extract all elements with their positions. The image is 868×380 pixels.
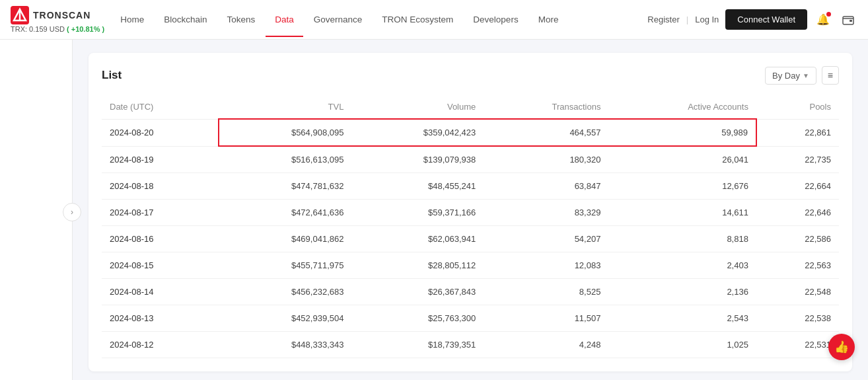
nav-governance[interactable]: Governance: [305, 9, 372, 30]
table-cell: 464,557: [484, 119, 608, 146]
table-cell: 54,207: [484, 226, 608, 252]
table-cell: 12,676: [608, 173, 756, 200]
table-cell: 2024-08-16: [102, 226, 219, 252]
table-cell: 63,847: [484, 173, 608, 200]
nav-tokens[interactable]: Tokens: [217, 9, 264, 30]
header: TRONSCAN TRX: 0.159 USD ( +10.81% ) Home…: [0, 0, 868, 40]
table-cell: 22,586: [756, 226, 839, 252]
table-cell: $564,908,095: [219, 119, 352, 146]
table-cell: 2024-08-20: [102, 119, 219, 146]
login-link[interactable]: Log In: [695, 15, 719, 24]
table-cell: 2024-08-13: [102, 305, 219, 332]
list-title: List: [102, 69, 122, 82]
table-cell: 22,646: [756, 200, 839, 226]
by-day-dropdown[interactable]: By Day ▼: [765, 67, 816, 85]
nav-tron-ecosystem[interactable]: TRON Ecosystem: [373, 9, 462, 30]
table-cell: 2024-08-15: [102, 252, 219, 279]
table-cell: $474,781,632: [219, 173, 352, 200]
list-controls: By Day ▼ ≡: [765, 66, 839, 85]
table-cell: $139,079,938: [351, 146, 484, 173]
page-layout: › List By Day ▼ ≡ Date (UTC): [0, 40, 868, 380]
table-row: 2024-08-17$472,641,636$59,371,16683,3291…: [102, 200, 839, 226]
list-panel: List By Day ▼ ≡ Date (UTC) TVL Volume: [89, 53, 852, 371]
table-cell: 22,664: [756, 173, 839, 200]
table-cell: 59,989: [608, 119, 756, 146]
table-cell: $516,613,095: [219, 146, 352, 173]
table-cell: 8,525: [484, 279, 608, 305]
data-table: Date (UTC) TVL Volume Transactions Activ…: [102, 95, 839, 358]
by-day-label: By Day: [772, 71, 800, 81]
table-cell: $25,763,300: [351, 305, 484, 332]
trx-price-display: TRX: 0.159 USD ( +10.81% ): [11, 25, 104, 33]
main-content: List By Day ▼ ≡ Date (UTC) TVL Volume: [73, 40, 868, 380]
table-cell: 14,611: [608, 200, 756, 226]
col-volume: Volume: [351, 95, 484, 119]
table-cell: 4,248: [484, 332, 608, 358]
register-link[interactable]: Register: [647, 15, 679, 24]
table-cell: 8,818: [608, 226, 756, 252]
nav-developers[interactable]: Developers: [464, 9, 527, 30]
table-row: 2024-08-13$452,939,504$25,763,30011,5072…: [102, 305, 839, 332]
notifications-bell-icon[interactable]: 🔔: [814, 11, 832, 29]
trx-price-value: TRX: 0.159 USD: [11, 25, 65, 33]
table-cell: $48,455,241: [351, 173, 484, 200]
table-cell: $448,333,343: [219, 332, 352, 358]
table-row: 2024-08-12$448,333,343$18,739,3514,2481,…: [102, 332, 839, 358]
sidebar-toggle-button[interactable]: ›: [63, 203, 81, 221]
table-cell: $18,739,351: [351, 332, 484, 358]
logo-text: TRONSCAN: [33, 10, 90, 20]
nav-blockchain[interactable]: Blockchain: [155, 9, 216, 30]
logo-area: TRONSCAN TRX: 0.159 USD ( +10.81% ): [11, 6, 104, 33]
table-cell: 2024-08-12: [102, 332, 219, 358]
connect-wallet-button[interactable]: Connect Wallet: [725, 9, 807, 30]
table-cell: 12,083: [484, 252, 608, 279]
table-body: 2024-08-20$564,908,095$359,042,423464,55…: [102, 119, 839, 358]
sidebar: ›: [0, 40, 73, 380]
table-cell: $456,232,683: [219, 279, 352, 305]
table-cell: $26,367,843: [351, 279, 484, 305]
table-cell: 2024-08-14: [102, 279, 219, 305]
table-cell: 2024-08-17: [102, 200, 219, 226]
nav-data[interactable]: Data: [266, 9, 303, 30]
table-cell: 2024-08-19: [102, 146, 219, 173]
svg-rect-4: [850, 20, 852, 22]
table-cell: $59,371,166: [351, 200, 484, 226]
table-cell: 1,025: [608, 332, 756, 358]
nav-more[interactable]: More: [529, 9, 568, 30]
table-cell: 22,861: [756, 119, 839, 146]
table-cell: 83,329: [484, 200, 608, 226]
header-right: Register | Log In Connect Wallet 🔔: [647, 9, 857, 30]
table-cell: 22,538: [756, 305, 839, 332]
col-transactions: Transactions: [484, 95, 608, 119]
table-cell: $452,939,504: [219, 305, 352, 332]
col-active-accounts: Active Accounts: [608, 95, 756, 119]
table-cell: 26,041: [608, 146, 756, 173]
chevron-down-icon: ▼: [803, 72, 809, 79]
table-header-row: Date (UTC) TVL Volume Transactions Activ…: [102, 95, 839, 119]
table-cell: $455,711,975: [219, 252, 352, 279]
table-cell: 11,507: [484, 305, 608, 332]
wallet-icon[interactable]: [839, 11, 857, 29]
table-cell: 22,548: [756, 279, 839, 305]
table-cell: 2,136: [608, 279, 756, 305]
table-row: 2024-08-20$564,908,095$359,042,423464,55…: [102, 119, 839, 146]
col-date: Date (UTC): [102, 95, 219, 119]
table-cell: 180,320: [484, 146, 608, 173]
table-cell: 22,563: [756, 252, 839, 279]
table-row: 2024-08-16$469,041,862$62,063,94154,2078…: [102, 226, 839, 252]
col-pools: Pools: [756, 95, 839, 119]
table-row: 2024-08-18$474,781,632$48,455,24163,8471…: [102, 173, 839, 200]
list-header: List By Day ▼ ≡: [102, 66, 839, 85]
trx-change-value: ( +10.81% ): [67, 25, 104, 33]
col-tvl: TVL: [219, 95, 352, 119]
table-cell: $62,063,941: [351, 226, 484, 252]
table-cell: 2,403: [608, 252, 756, 279]
list-menu-button[interactable]: ≡: [822, 66, 839, 85]
nav-home[interactable]: Home: [111, 9, 153, 30]
logo-icon: [11, 6, 29, 24]
table-cell: 22,735: [756, 146, 839, 173]
table-cell: $359,042,423: [351, 119, 484, 146]
header-divider: |: [686, 15, 688, 24]
floating-action-button[interactable]: 👍: [828, 334, 855, 360]
table-cell: $28,805,112: [351, 252, 484, 279]
